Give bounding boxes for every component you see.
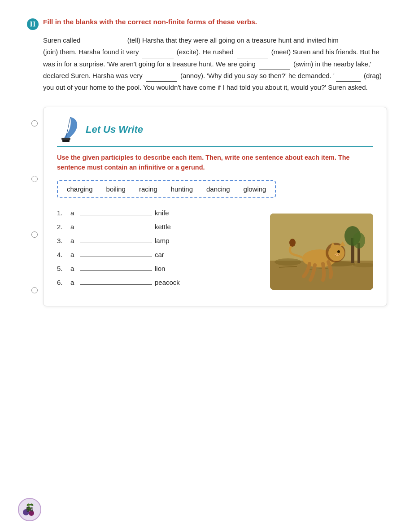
- blank-3[interactable]: [142, 58, 174, 58]
- exercise-item-5: 5. a lion: [57, 265, 261, 272]
- item-blank-6[interactable]: [80, 284, 152, 285]
- exercise-item-4: 4. a car: [57, 251, 261, 258]
- item-blank-4[interactable]: [80, 257, 152, 257]
- blank-1[interactable]: [84, 46, 124, 46]
- exercise-item-1: 1. a knife: [57, 209, 261, 217]
- let-us-write-header: Let Us Write: [57, 116, 373, 147]
- exercise-item-3: 3. a lamp: [57, 237, 261, 244]
- item-num-3: 3.: [57, 237, 68, 244]
- exercise-item-2: 2. a kettle: [57, 223, 261, 231]
- let-us-write-wrapper: Let Us Write Use the given participles t…: [27, 107, 387, 306]
- item-num-1: 1.: [57, 209, 68, 217]
- item-num-4: 4.: [57, 251, 68, 258]
- radio-2[interactable]: [31, 176, 38, 182]
- section-h: H Fill in the blanks with the correct no…: [27, 18, 387, 93]
- radio-3[interactable]: [31, 231, 38, 238]
- item-num-5: 5.: [57, 265, 68, 272]
- blank-4[interactable]: [237, 58, 268, 58]
- let-us-write-title: Let Us Write: [86, 124, 143, 135]
- word-box: charging boiling racing hunting dancing …: [57, 180, 276, 198]
- svg-point-10: [353, 232, 365, 249]
- page: H Fill in the blanks with the correct no…: [0, 0, 414, 532]
- quill-icon: [57, 116, 79, 143]
- item-blank-2[interactable]: [80, 229, 152, 229]
- item-a-2: a: [70, 223, 78, 231]
- let-us-write-card: Let Us Write Use the given participles t…: [43, 107, 387, 306]
- radio-1[interactable]: [31, 120, 38, 126]
- section-h-header: H Fill in the blanks with the correct no…: [27, 18, 387, 30]
- blank-6[interactable]: [146, 81, 177, 82]
- radio-col: [31, 120, 38, 293]
- exercise-area: 1. a knife 2. a kettle 3. a: [57, 209, 373, 292]
- item-a-4: a: [70, 251, 78, 258]
- section-h-body: Suren called (tell) Harsha that they wer…: [27, 35, 387, 93]
- section-h-title: Fill in the blanks with the correct non-…: [43, 18, 257, 26]
- item-num-2: 2.: [57, 223, 68, 231]
- svg-text:54: 54: [26, 506, 33, 513]
- blank-2[interactable]: [342, 46, 382, 46]
- item-num-6: 6.: [57, 279, 68, 286]
- item-blank-1[interactable]: [80, 215, 152, 215]
- item-a-3: a: [70, 237, 78, 244]
- word-hunting: hunting: [171, 185, 193, 193]
- item-word-2: kettle: [155, 223, 171, 231]
- svg-rect-1: [61, 138, 70, 140]
- svg-point-16: [328, 245, 344, 261]
- instruction-text: Use the given participles to describe ea…: [57, 153, 373, 173]
- lion-image: [270, 214, 373, 290]
- exercise-list: 1. a knife 2. a kettle 3. a: [57, 209, 261, 292]
- svg-point-4: [275, 258, 301, 266]
- paragraph-text: Suren called (tell) Harsha that they wer…: [43, 36, 383, 91]
- page-number-badge: 54: [18, 498, 41, 521]
- item-word-4: car: [155, 251, 164, 258]
- berry-decoration-icon: 54: [18, 498, 41, 521]
- word-charging: charging: [67, 185, 93, 193]
- item-blank-5[interactable]: [80, 270, 152, 271]
- blank-7[interactable]: [336, 81, 361, 82]
- item-a-1: a: [70, 209, 78, 217]
- svg-point-17: [337, 250, 340, 253]
- item-word-5: lion: [155, 265, 165, 272]
- svg-point-21: [289, 239, 296, 247]
- word-boiling: boiling: [106, 185, 126, 193]
- word-dancing: dancing: [206, 185, 230, 193]
- word-racing: racing: [139, 185, 157, 193]
- item-a-5: a: [70, 265, 78, 272]
- item-word-6: peacock: [155, 279, 180, 286]
- word-glowing: glowing: [244, 185, 266, 193]
- item-word-3: lamp: [155, 237, 170, 244]
- blank-5[interactable]: [259, 70, 290, 70]
- item-blank-3[interactable]: [80, 243, 152, 243]
- item-a-6: a: [70, 279, 78, 286]
- item-word-1: knife: [155, 209, 169, 217]
- radio-4[interactable]: [31, 287, 38, 293]
- exercise-item-6: 6. a peacock: [57, 279, 261, 286]
- h-badge: H: [27, 18, 39, 30]
